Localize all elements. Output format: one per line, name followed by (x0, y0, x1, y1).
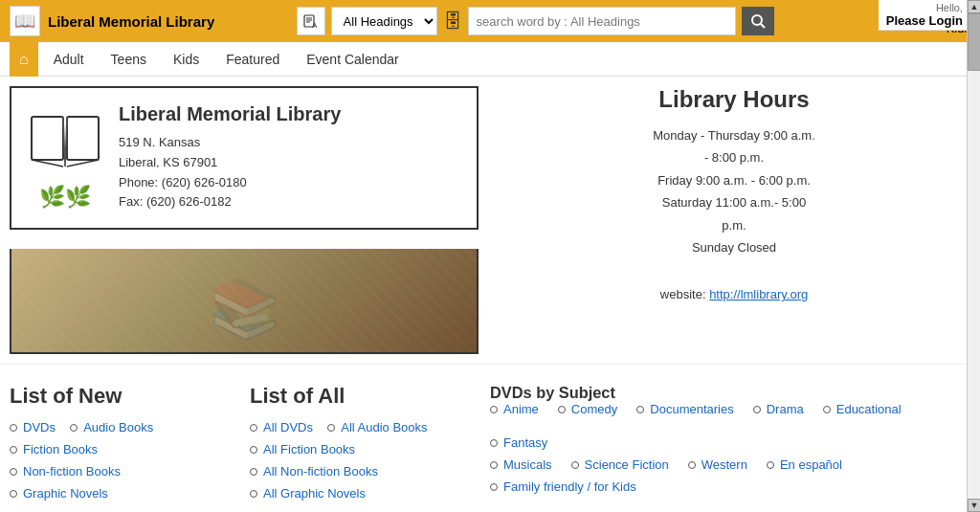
list-item: All Graphic Novels (250, 486, 490, 501)
login-link[interactable]: Please Login (886, 13, 963, 28)
library-info: Liberal Memorial Library 519 N. Kansas L… (119, 103, 341, 212)
library-phone: Phone: (620) 626-0180 (119, 173, 341, 193)
dvd-fantasy-link[interactable]: Fantasy (503, 435, 547, 450)
main-content: 🌿🌿 Liberal Memorial Library 519 N. Kansa… (0, 77, 980, 364)
svg-line-6 (761, 24, 765, 28)
all-dvds-link[interactable]: All DVDs (263, 420, 313, 434)
book-icon-large (27, 107, 103, 183)
bullet-icon (250, 490, 257, 498)
bullet-icon (327, 424, 335, 432)
dvd-item: Drama (753, 402, 804, 416)
hours-line-0: Monday - Thursday 9:00 a.m. (498, 124, 970, 146)
all-graphic-link[interactable]: All Graphic Novels (263, 486, 366, 501)
dvd-espanol-link[interactable]: En español (780, 457, 842, 472)
bullet-icon (10, 490, 17, 498)
scroll-down-arrow[interactable]: ▼ (968, 499, 980, 512)
library-fax: Fax: (620) 626-0182 (119, 192, 341, 212)
bullet-icon (490, 483, 498, 491)
bullet-icon (10, 468, 17, 476)
scrollbar-thumb[interactable] (968, 13, 980, 71)
left-section: 🌿🌿 Liberal Memorial Library 519 N. Kansa… (10, 86, 479, 354)
dvd-educational-link[interactable]: Educational (836, 402, 902, 416)
dvd-family-link[interactable]: Family friendly / for Kids (503, 479, 636, 494)
dvd-scifi-link[interactable]: Science Fiction (585, 457, 669, 472)
scroll-up-arrow[interactable]: ▲ (968, 0, 980, 13)
website-url[interactable]: http://lmlibrary.org (709, 287, 808, 301)
dvd-item: Comedy (558, 402, 617, 416)
svg-text:A: A (312, 21, 318, 29)
dvd-documentaries-link[interactable]: Documentaries (650, 402, 733, 416)
open-book-svg (27, 107, 103, 174)
search-input[interactable] (468, 7, 736, 35)
new-audiobooks-link[interactable]: Audio Books (83, 420, 153, 434)
dvd-item: Science Fiction (571, 457, 669, 472)
list-of-all: List of All All DVDs All Audio Books All… (250, 384, 490, 508)
bullet-icon (636, 406, 644, 413)
list-item: Fiction Books (10, 442, 250, 456)
dvd-item: En español (767, 457, 842, 472)
svg-line-10 (67, 160, 99, 167)
new-nonfiction-link[interactable]: Non-fiction Books (23, 464, 121, 479)
dvd-item: Musicals (490, 457, 552, 472)
hours-line-2: Friday 9:00 a.m. - 6:00 p.m. (498, 169, 970, 191)
list-of-all-title: List of All (250, 384, 490, 409)
list-of-new: List of New DVDs Audio Books Fiction Boo… (10, 384, 250, 508)
library-address2: Liberal, KS 67901 (119, 153, 341, 173)
search-icon-button[interactable]: A (297, 7, 325, 35)
login-box: Hello, Please Login (879, 0, 970, 31)
hours-title: Library Hours (498, 86, 970, 113)
hours-line-1: - 8:00 p.m. (498, 146, 970, 168)
dvds-title: DVDs by Subject (490, 384, 970, 402)
new-fiction-link[interactable]: Fiction Books (23, 442, 98, 456)
bullet-icon (823, 406, 831, 413)
new-dvds-link[interactable]: DVDs (23, 420, 56, 434)
bullet-icon (688, 461, 696, 469)
header: 📖 Liberal Memorial Library A All Heading… (0, 0, 980, 42)
nav-featured[interactable]: Featured (214, 42, 291, 77)
svg-rect-8 (67, 117, 99, 160)
nav-adult[interactable]: Adult (42, 42, 96, 77)
logo: 📖 Liberal Memorial Library (10, 6, 214, 36)
hours-line-3: Saturday 11:00 a.m.- 5:00 (498, 191, 970, 213)
dvd-drama-link[interactable]: Drama (767, 402, 804, 416)
search-area: A All Headings 🗄 (214, 7, 856, 35)
all-fiction-link[interactable]: All Fiction Books (263, 442, 355, 456)
bullet-icon (767, 461, 774, 469)
laurel-icon: 🌿🌿 (39, 185, 91, 210)
database-icon[interactable]: 🗄 (443, 11, 462, 33)
home-button[interactable]: ⌂ (10, 42, 38, 77)
list-item: All DVDs All Audio Books (250, 420, 490, 434)
bullet-icon (10, 424, 17, 432)
bullet-icon (250, 446, 257, 454)
dvds-by-subject: DVDs by Subject Anime Comedy Documentari… (490, 384, 970, 508)
search-dropdown[interactable]: All Headings (331, 7, 437, 35)
scrollbar[interactable]: ▲ ▼ (967, 0, 980, 512)
hello-text: Hello, (886, 2, 963, 13)
dvd-item: Western (688, 457, 747, 472)
bullet-icon (250, 424, 257, 432)
dvd-item: Fantasy (490, 435, 547, 450)
dvd-row-1: Anime Comedy Documentaries Drama Educati… (490, 402, 970, 450)
bullet-icon (753, 406, 761, 413)
list-item: All Non-fiction Books (250, 464, 490, 479)
dvd-comedy-link[interactable]: Comedy (571, 402, 617, 416)
dvd-anime-link[interactable]: Anime (503, 402, 539, 416)
svg-rect-7 (32, 117, 63, 160)
website-section: website: http://lmlibrary.org (498, 287, 970, 301)
all-nonfiction-link[interactable]: All Non-fiction Books (263, 464, 378, 479)
bullet-icon (250, 468, 257, 476)
logo-icon: 📖 (10, 6, 40, 36)
all-audiobooks-link[interactable]: All Audio Books (341, 420, 427, 434)
dvd-musicals-link[interactable]: Musicals (503, 457, 552, 472)
dictionary-icon: A (303, 13, 319, 29)
dvd-item: Anime (490, 402, 539, 416)
nav-teens[interactable]: Teens (100, 42, 158, 77)
search-button[interactable] (742, 7, 774, 35)
svg-line-9 (32, 160, 63, 167)
dvd-item: Documentaries (636, 402, 733, 416)
new-graphic-link[interactable]: Graphic Novels (23, 486, 108, 501)
nav-event-calendar[interactable]: Event Calendar (295, 42, 411, 77)
library-photo: 📚 (10, 249, 479, 354)
nav-kids[interactable]: Kids (162, 42, 211, 77)
dvd-western-link[interactable]: Western (702, 457, 747, 472)
